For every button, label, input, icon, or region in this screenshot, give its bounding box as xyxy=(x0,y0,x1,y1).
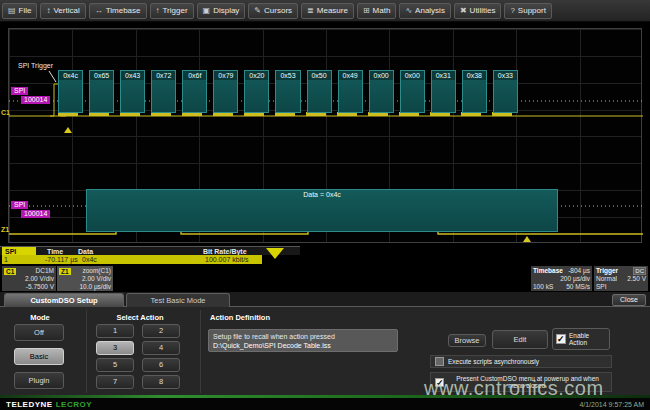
decode-row-bitrate: 100.007 kbit/s xyxy=(205,255,249,264)
descriptor-z1[interactable]: Z1 zoom(C1) 2.00 V/div 10.0 µs/div xyxy=(57,266,113,291)
spi-decode-byte: 0x00 xyxy=(400,70,425,113)
enable-action-toggle[interactable]: Enable Action xyxy=(552,328,610,350)
menu-item-icon: ✎ xyxy=(254,6,261,15)
spi-decode-byte-value: 0x4c xyxy=(59,71,82,80)
spi-decode-byte: 0x38 xyxy=(462,70,487,113)
browse-button[interactable]: Browse xyxy=(448,334,486,347)
spi-decode-byte-value: 0x33 xyxy=(494,71,517,80)
spi-decode-zoom-value: Data = 0x4c xyxy=(87,191,557,198)
menu-item-icon: ▤ xyxy=(8,6,16,15)
waveform-grid[interactable]: 0x4c 0x65 0x43 0x72 0x6f 0x79 0x20 0x53 … xyxy=(8,28,642,243)
action-number-button[interactable]: 3 xyxy=(96,341,134,355)
menu-item[interactable]: ≣ Measure xyxy=(301,3,354,19)
menu-item[interactable]: ∿ Analysis xyxy=(399,3,451,19)
menu-item[interactable]: ↕ Vertical xyxy=(40,3,85,19)
action-number-button[interactable]: 5 xyxy=(96,358,134,372)
execute-async-checkbox[interactable] xyxy=(435,357,444,366)
z1-timebase: 10.0 µs/div xyxy=(59,283,111,291)
spi-decode-byte: 0x43 xyxy=(120,70,145,113)
menu-item-label: Vertical xyxy=(53,6,79,15)
menu-item-label: File xyxy=(19,6,32,15)
descriptor-c1[interactable]: C1 DC1M 2.00 V/div -5.7500 V xyxy=(2,266,56,291)
spi-decode-byte-value: 0x79 xyxy=(214,71,237,80)
close-button[interactable]: Close xyxy=(612,294,646,306)
zoom-trigger-marker-icon[interactable] xyxy=(523,236,531,242)
menu-item-icon: ⊞ xyxy=(363,6,370,15)
action-number-button[interactable]: 8 xyxy=(142,375,180,389)
descriptor-timebase[interactable]: Timebase -804 µs 200 µs/div 100 kS 50 MS… xyxy=(531,266,592,291)
mode-section-title: Mode xyxy=(10,313,70,322)
setup-file-field[interactable]: Setup file to recall when action pressed… xyxy=(208,329,398,352)
menu-item[interactable]: ▤ File xyxy=(2,3,37,19)
spi-decode-zoom-box: Data = 0x4c xyxy=(86,189,558,232)
menu-item-icon: ▣ xyxy=(203,6,211,15)
action-number-button[interactable]: 4 xyxy=(142,341,180,355)
execute-async-label: Execute scripts asynchronously xyxy=(448,358,539,366)
spi-decode-byte-value: 0x72 xyxy=(152,71,175,80)
menu-item-icon: ∿ xyxy=(405,6,412,15)
tab-customdso-setup[interactable]: CustomDSO Setup xyxy=(4,293,124,307)
spi-decode-byte-value: 0x50 xyxy=(308,71,331,80)
spi-decode-byte: 0x49 xyxy=(338,70,363,113)
menu-item[interactable]: ↔ Timebase xyxy=(89,3,147,19)
enable-action-checkbox[interactable] xyxy=(556,334,566,344)
tab-test-basic-mode[interactable]: Test Basic Mode xyxy=(126,293,230,307)
z1-source: zoom(C1) xyxy=(82,267,111,275)
action-number-button[interactable]: 6 xyxy=(142,358,180,372)
execute-async-toggle[interactable]: Execute scripts asynchronously xyxy=(430,355,612,368)
mode-option-button[interactable]: Plugin xyxy=(14,372,64,389)
z1-scale: 2.00 V/div xyxy=(59,275,111,283)
spi-decode-byte-value: 0x31 xyxy=(432,71,455,80)
lower-bus-label[interactable]: SPI xyxy=(11,201,28,209)
menu-item-icon: ? xyxy=(510,6,514,15)
spi-decode-byte: 0x00 xyxy=(369,70,394,113)
spi-decode-byte: 0x6f xyxy=(182,70,207,113)
c1-scale: 2.00 V/div xyxy=(4,275,54,283)
watermark-text: www.cntronics.com xyxy=(424,377,604,400)
menu-item[interactable]: ▣ Display xyxy=(197,3,246,19)
trigger-level: 2.50 V xyxy=(627,275,646,283)
action-definition-section-title: Action Definition xyxy=(190,313,290,322)
spi-trigger-annotation: SPI Trigger xyxy=(18,62,53,69)
menu-item[interactable]: ? Support xyxy=(504,3,551,19)
menu-item[interactable]: ↑ Trigger xyxy=(150,3,194,19)
spi-decode-byte-value: 0x53 xyxy=(276,71,299,80)
descriptor-trigger[interactable]: Trigger DC Normal 2.50 V SPI xyxy=(594,266,648,291)
edit-button[interactable]: Edit xyxy=(492,330,548,349)
enable-action-label: Enable Action xyxy=(569,332,606,347)
action-number-button[interactable]: 7 xyxy=(96,375,134,389)
menu-item-label: Cursors xyxy=(264,6,292,15)
menu-item[interactable]: ✖ Utilities xyxy=(454,3,501,19)
decode-table-row[interactable]: 1 -70.117 µs 0x4c 100.007 kbit/s xyxy=(2,255,262,264)
brand-logo: TELEDYNELECROY xyxy=(6,400,92,409)
menu-item-icon: ↕ xyxy=(46,6,50,15)
channel-c1-marker[interactable]: C1 xyxy=(1,109,10,116)
menu-item-label: Support xyxy=(518,6,546,15)
spi-decode-byte: 0x53 xyxy=(275,70,300,113)
action-number-button[interactable]: 1 xyxy=(96,324,134,338)
dialog-separator xyxy=(200,310,201,393)
mode-options: OffBasicPlugin xyxy=(14,324,64,389)
action-number-button[interactable]: 2 xyxy=(142,324,180,338)
menu-item-label: Timebase xyxy=(106,6,141,15)
menu-item[interactable]: ⊞ Math xyxy=(357,3,397,19)
c1-coupling: DC1M xyxy=(36,267,54,275)
spi-decode-byte-value: 0x6f xyxy=(183,71,206,80)
menu-bar: ▤ File ↕ Vertical ↔ Timebase ↑ Trigger ▣… xyxy=(0,0,650,22)
z1-chip: Z1 xyxy=(59,268,71,275)
mode-option-button[interactable]: Off xyxy=(14,324,64,341)
menu-item-label: Display xyxy=(213,6,239,15)
lower-bus-id: 100014 xyxy=(21,210,50,218)
spi-decode-table: SPI Time Data Bit Rate/Byte 1 -70.117 µs… xyxy=(0,246,300,264)
channel-z1-marker[interactable]: Z1 xyxy=(1,226,9,233)
spi-decode-byte: 0x72 xyxy=(151,70,176,113)
menu-item[interactable]: ✎ Cursors xyxy=(248,3,298,19)
upper-bus-label[interactable]: SPI xyxy=(11,87,28,95)
mode-option-button[interactable]: Basic xyxy=(14,348,64,365)
clock: 4/1/2014 9:57:25 AM xyxy=(579,401,644,408)
spi-decode-byte-value: 0x65 xyxy=(90,71,113,80)
trigger-time-marker-icon[interactable] xyxy=(64,127,72,133)
oscilloscope-screen: ▤ File ↕ Vertical ↔ Timebase ↑ Trigger ▣… xyxy=(0,0,650,410)
decode-table-expand-icon[interactable] xyxy=(266,248,284,259)
menu-item-icon: ≣ xyxy=(307,6,314,15)
